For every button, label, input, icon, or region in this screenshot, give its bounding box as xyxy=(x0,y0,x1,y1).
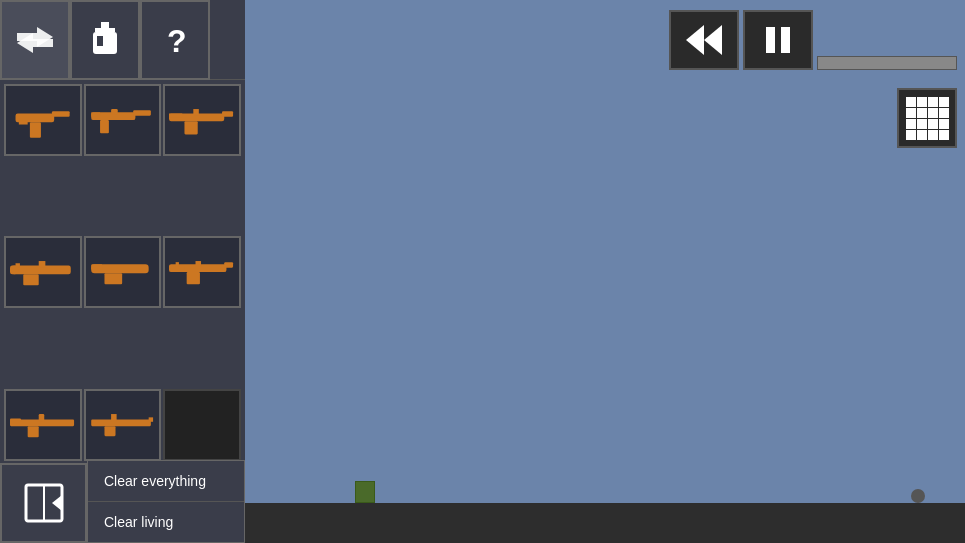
svg-rect-5 xyxy=(97,36,103,46)
weapon-cell-shotgun[interactable] xyxy=(84,236,162,308)
svg-rect-40 xyxy=(149,417,153,421)
speed-bar-container xyxy=(817,10,957,70)
items-button[interactable] xyxy=(70,0,140,80)
svg-rect-39 xyxy=(92,419,152,426)
svg-text:?: ? xyxy=(167,23,187,58)
svg-rect-23 xyxy=(38,261,45,268)
pause-button[interactable] xyxy=(743,10,813,70)
svg-rect-47 xyxy=(781,27,790,53)
svg-marker-50 xyxy=(52,495,62,511)
svg-rect-32 xyxy=(196,261,202,267)
svg-rect-10 xyxy=(19,120,28,124)
speed-bar[interactable] xyxy=(817,56,957,70)
rewind-button[interactable] xyxy=(669,10,739,70)
clear-everything-button[interactable]: Clear everything xyxy=(88,461,244,502)
weapon-cell-dmr[interactable] xyxy=(84,389,162,461)
svg-rect-3 xyxy=(95,28,115,32)
svg-rect-2 xyxy=(101,22,109,28)
svg-rect-13 xyxy=(100,120,109,133)
svg-rect-42 xyxy=(111,414,117,422)
svg-rect-31 xyxy=(187,272,200,284)
weapon-cell-smg[interactable] xyxy=(84,84,162,156)
svg-point-25 xyxy=(10,266,19,275)
weapon-cell-rifle[interactable] xyxy=(163,84,241,156)
svg-rect-20 xyxy=(169,113,182,117)
swap-button[interactable] xyxy=(0,0,70,80)
svg-rect-22 xyxy=(23,275,38,286)
clear-living-button[interactable]: Clear living xyxy=(88,502,244,542)
svg-rect-15 xyxy=(92,112,101,116)
svg-rect-9 xyxy=(30,122,41,137)
svg-rect-14 xyxy=(111,109,118,115)
svg-rect-19 xyxy=(193,109,199,116)
svg-rect-46 xyxy=(766,27,775,53)
ground xyxy=(245,503,965,543)
exit-button[interactable] xyxy=(0,463,87,543)
svg-rect-27 xyxy=(105,273,123,284)
svg-rect-37 xyxy=(38,414,44,422)
weapon-cell-ar[interactable] xyxy=(163,236,241,308)
svg-marker-44 xyxy=(686,25,704,55)
svg-rect-17 xyxy=(222,111,233,117)
ground-object2 xyxy=(911,489,925,503)
svg-rect-41 xyxy=(105,426,116,436)
weapon-cell-pistol[interactable] xyxy=(4,84,82,156)
svg-rect-28 xyxy=(92,265,103,271)
weapon-cell-sniper[interactable] xyxy=(4,389,82,461)
grid-icon xyxy=(906,97,949,140)
svg-rect-36 xyxy=(27,426,38,437)
grid-toggle-button[interactable] xyxy=(897,88,957,148)
ground-object xyxy=(355,481,375,503)
top-right-controls xyxy=(661,0,965,80)
svg-rect-30 xyxy=(224,262,233,268)
context-menu: Clear everything Clear living xyxy=(87,460,245,543)
weapon-cell-lmg[interactable] xyxy=(4,236,82,308)
help-button[interactable]: ? xyxy=(140,0,210,80)
svg-rect-38 xyxy=(10,418,21,422)
svg-rect-12 xyxy=(134,110,152,116)
svg-rect-34 xyxy=(176,262,179,266)
top-toolbar: ? xyxy=(0,0,245,80)
svg-rect-4 xyxy=(93,32,117,54)
svg-marker-45 xyxy=(704,25,722,55)
weapon-cell-empty xyxy=(163,389,241,461)
svg-rect-8 xyxy=(52,111,70,117)
svg-rect-18 xyxy=(184,121,197,134)
